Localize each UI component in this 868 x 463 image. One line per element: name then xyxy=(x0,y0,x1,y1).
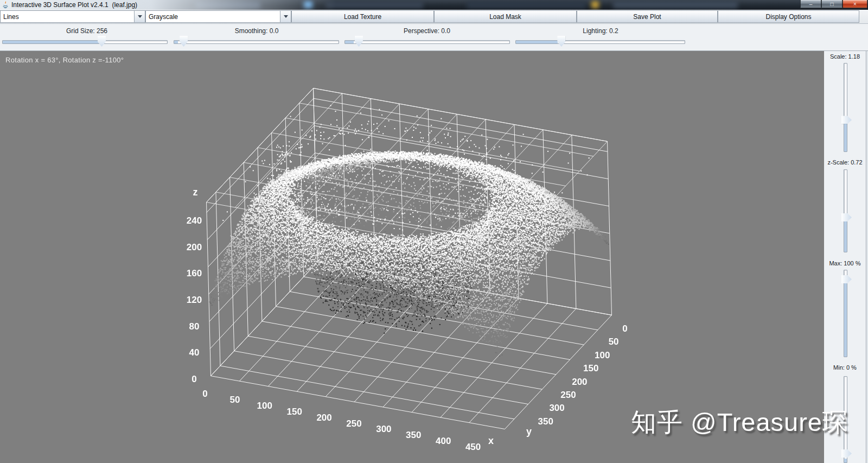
slider-thumb-grid-size[interactable] xyxy=(98,36,106,47)
chevron-down-icon xyxy=(284,15,288,18)
slider-track-lighting[interactable] xyxy=(515,40,685,44)
slider-label-max: Max: 100 % xyxy=(824,260,866,267)
titlebar-glass: Interactive 3D Surface Plot v2.4.1 (leaf… xyxy=(0,0,336,10)
button-save-plot[interactable]: Save Plot xyxy=(577,10,718,23)
x-axis-tick: 0 xyxy=(202,389,207,399)
button-load-mask[interactable]: Load Mask xyxy=(434,10,577,23)
lut-value: Grayscale xyxy=(146,13,280,21)
x-axis-tick: 300 xyxy=(376,424,391,435)
slider-label-grid-size: Grid Size: 256 xyxy=(66,27,107,35)
lut-select[interactable]: Grayscale xyxy=(145,10,291,23)
y-axis-tick: 350 xyxy=(538,416,553,427)
control-bar: Grid Size: 256Smoothing: 0.0Perspective:… xyxy=(0,24,868,51)
slider-thumb-scale[interactable] xyxy=(841,116,852,124)
z-axis-tick: 160 xyxy=(187,268,202,279)
x-axis-tick: 400 xyxy=(436,436,451,447)
y-axis-tick: 50 xyxy=(609,337,619,347)
slider-fill xyxy=(844,220,847,252)
titlebar-backdrop xyxy=(591,1,599,8)
slider-fill xyxy=(174,41,178,43)
plot-area: Rotation x = 63°, Rotation z =-1100° 040… xyxy=(0,51,824,463)
x-axis-tick: 350 xyxy=(406,430,421,441)
button-display-options[interactable]: Display Options xyxy=(718,10,859,23)
z-axis-tick: 120 xyxy=(187,295,202,306)
y-axis-label: y xyxy=(526,426,532,437)
java-app-icon xyxy=(2,1,9,9)
y-axis-tick: 150 xyxy=(583,363,598,374)
chevron-down-icon xyxy=(138,15,142,18)
x-axis-tick: 50 xyxy=(229,395,240,405)
slider-thumb-perspective[interactable] xyxy=(355,36,363,47)
x-axis-tick: 100 xyxy=(257,401,272,411)
y-axis-tick: 250 xyxy=(560,390,576,401)
slider-thumb-z-scale[interactable] xyxy=(841,213,852,221)
toolbar: Lines Grayscale Load TextureLoad MaskSav… xyxy=(0,10,868,24)
slider-fill xyxy=(3,41,100,43)
slider-fill xyxy=(844,123,847,151)
slider-label-z-scale: z-Scale: 0.72 xyxy=(824,159,866,166)
slider-label-min: Min: 0 % xyxy=(824,364,866,371)
minimize-button[interactable]: – xyxy=(800,0,821,8)
window-title: Interactive 3D Surface Plot v2.4.1 (leaf… xyxy=(11,1,137,9)
slider-thumb-smoothing[interactable] xyxy=(180,36,188,47)
titlebar-backdrop xyxy=(467,2,586,8)
slider-label-smoothing: Smoothing: 0.0 xyxy=(235,27,279,35)
y-axis-tick: 300 xyxy=(549,403,564,414)
display-mode-value: Lines xyxy=(1,13,134,21)
slider-label-scale: Scale: 1.18 xyxy=(824,53,866,60)
slider-track-scale[interactable] xyxy=(844,63,847,152)
slider-track-z-scale[interactable] xyxy=(844,169,847,252)
slider-label-perspective: Perspective: 0.0 xyxy=(404,27,450,35)
display-mode-dropdown-button[interactable] xyxy=(134,11,145,22)
slider-fill xyxy=(844,279,847,357)
titlebar-backdrop xyxy=(326,2,423,8)
x-axis-tick: 200 xyxy=(316,413,331,423)
slider-thumb-min[interactable] xyxy=(841,449,852,458)
z-axis-label: z xyxy=(193,187,198,198)
y-axis-tick: 0 xyxy=(622,324,627,334)
window-border xyxy=(866,51,866,463)
surface-plot-canvas[interactable] xyxy=(0,51,824,463)
app-window: Interactive 3D Surface Plot v2.4.1 (leaf… xyxy=(0,0,868,463)
button-load-texture[interactable]: Load Texture xyxy=(291,10,434,23)
x-axis-tick: 250 xyxy=(346,418,361,429)
z-axis-tick: 200 xyxy=(187,242,202,253)
window-controls: – □ × xyxy=(800,0,867,8)
x-axis-label: x xyxy=(488,435,494,447)
y-axis-tick: 200 xyxy=(572,377,587,388)
display-mode-select[interactable]: Lines xyxy=(0,10,145,23)
y-axis-tick: 100 xyxy=(595,350,610,361)
z-axis-tick: 0 xyxy=(192,374,196,385)
z-axis-tick: 80 xyxy=(189,321,200,332)
z-axis-tick: 40 xyxy=(189,347,200,358)
z-axis-tick: 240 xyxy=(187,215,202,226)
slider-thumb-lighting[interactable] xyxy=(557,36,565,47)
slider-track-grid-size[interactable] xyxy=(2,40,168,44)
title-bar[interactable]: Interactive 3D Surface Plot v2.4.1 (leaf… xyxy=(0,0,868,10)
slider-fill xyxy=(345,41,354,43)
rotation-status: Rotation x = 63°, Rotation z =-1100° xyxy=(5,56,124,64)
slider-track-smoothing[interactable] xyxy=(174,40,339,44)
slider-fill xyxy=(844,459,847,463)
lut-dropdown-button[interactable] xyxy=(280,11,291,22)
close-button[interactable]: × xyxy=(843,0,867,8)
titlebar-backdrop xyxy=(613,2,738,8)
sidebar: Scale: 1.18z-Scale: 0.72Max: 100 %Min: 0… xyxy=(824,51,868,463)
slider-track-perspective[interactable] xyxy=(344,40,510,44)
x-axis-tick: 150 xyxy=(287,407,302,417)
x-axis-tick: 450 xyxy=(465,442,481,453)
watermark: 知乎 @Treasure琛 xyxy=(631,405,848,440)
slider-fill xyxy=(516,41,558,43)
slider-thumb-max[interactable] xyxy=(841,275,852,283)
maximize-button[interactable]: □ xyxy=(821,0,843,8)
slider-label-lighting: Lighting: 0.2 xyxy=(583,27,618,35)
